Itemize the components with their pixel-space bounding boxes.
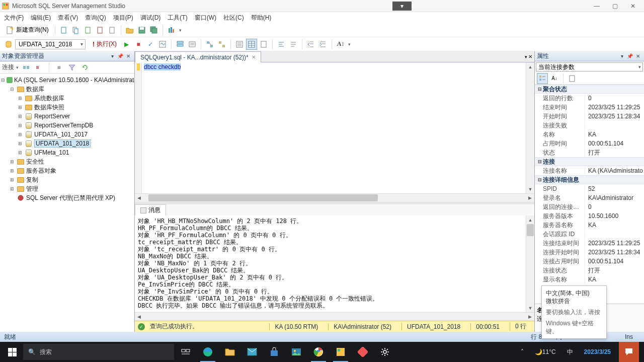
include-plan-icon[interactable] — [204, 39, 215, 50]
settings-icon[interactable] — [374, 342, 395, 362]
properties-scope-combo[interactable]: 当前连接参数 — [536, 62, 643, 71]
comment-icon[interactable] — [276, 39, 287, 50]
editor-vscroll[interactable]: ▲▼ — [526, 62, 534, 193]
menu-community[interactable]: 社区(C) — [223, 14, 244, 22]
ssms-icon[interactable] — [330, 342, 351, 362]
tray-date[interactable]: 2023/3/25 — [581, 342, 614, 362]
activity-monitor-icon[interactable] — [166, 25, 177, 36]
prop-pin-icon[interactable]: 📌 — [626, 52, 634, 60]
task-view-icon[interactable] — [175, 342, 196, 362]
results-text-icon[interactable] — [234, 39, 245, 50]
prop-close-icon[interactable]: ✕ — [634, 52, 642, 60]
close-button[interactable]: ✕ — [624, 1, 642, 12]
tb-doc5-icon[interactable] — [107, 25, 118, 36]
stop-icon[interactable]: ■ — [133, 39, 144, 50]
specify-values-icon[interactable]: A↕ — [335, 39, 346, 50]
stop-oe-icon[interactable]: ■ — [53, 62, 64, 73]
parse-icon[interactable]: ✓ — [145, 39, 156, 50]
store-icon[interactable] — [264, 342, 285, 362]
toolbar2-overflow-icon[interactable]: ▾ — [348, 42, 351, 47]
menu-query[interactable]: 查询(Q) — [85, 14, 106, 22]
tb-doc1-icon[interactable] — [58, 25, 69, 36]
menu-debug[interactable]: 调试(D) — [140, 14, 161, 22]
estimated-plan-icon[interactable] — [157, 39, 168, 50]
indent-increase-icon[interactable] — [317, 39, 329, 50]
tree-reportservertemp[interactable]: ⊞ReportServerTempDB — [0, 121, 134, 130]
ime-indicator[interactable]: 中 — [564, 342, 576, 362]
menu-edit[interactable]: 编辑(E) — [31, 14, 51, 22]
prop-cat-conn-detail[interactable]: ⊟连接详细信息 — [535, 175, 644, 184]
results-grid-icon[interactable] — [246, 39, 257, 50]
db-dropdown-icon[interactable] — [3, 39, 14, 50]
panel-dropdown-icon[interactable]: ▾ — [108, 52, 116, 60]
weather-widget[interactable]: 🌙 11°C — [532, 342, 559, 362]
toolbar-overflow-icon[interactable]: ▾ — [179, 28, 182, 33]
start-button[interactable] — [2, 342, 22, 362]
tree-agent[interactable]: ⊞SQL Server 代理(已禁用代理 XP) — [0, 193, 134, 202]
menu-project[interactable]: 项目(P) — [113, 14, 133, 22]
execute-button[interactable]: ! 执行(X) — [90, 40, 120, 48]
tree-uf2018[interactable]: ⊞UFDATA_101_2018 — [0, 139, 134, 148]
taskbar-search[interactable]: 🔍 搜索 — [23, 344, 174, 360]
editor-hscroll[interactable]: ◀▶ — [135, 193, 534, 202]
titlebar-dropdown[interactable]: ▾ — [392, 2, 412, 11]
editor-tab-close-icon[interactable]: ✕ — [252, 54, 256, 60]
categorized-view-icon[interactable] — [537, 73, 548, 84]
query-options-icon[interactable] — [175, 39, 186, 50]
tree-replication[interactable]: ⊞复制 — [0, 175, 134, 184]
editor-tab[interactable]: SQLQuery1.sql - KA...dministrator (52))*… — [135, 51, 261, 62]
panel-pin-icon[interactable]: 📌 — [116, 52, 124, 60]
menu-window[interactable]: 窗口(W) — [195, 14, 216, 22]
database-selector[interactable]: UFDATA_101_2018 — [15, 39, 86, 49]
connect-label[interactable]: 连接 — [2, 63, 14, 71]
tree-ufmeta[interactable]: ⊞UFMeta_101 — [0, 148, 134, 157]
messages-vscroll[interactable]: ▲▼ — [526, 215, 534, 312]
tree-server[interactable]: ⊟KA (SQL Server 10.50.1600 - KA\Administ… — [0, 76, 134, 85]
tab-dropdown-icon[interactable]: ▾ — [525, 54, 527, 59]
messages-hscroll[interactable]: ◀▶ — [135, 312, 534, 321]
include-stats-icon[interactable] — [216, 39, 227, 50]
edge-icon[interactable] — [197, 342, 218, 362]
tree-management[interactable]: ⊞管理 — [0, 184, 134, 193]
panel-close-icon[interactable]: ✕ — [124, 52, 132, 60]
action-center-icon[interactable] — [619, 342, 639, 362]
tray-overflow-icon[interactable]: ˄ — [518, 342, 527, 362]
sql-editor[interactable]: dbcc checkdb ▲▼ — [135, 62, 534, 193]
alphabetical-view-icon[interactable]: A↓ — [549, 73, 560, 84]
prop-cat-aggregate[interactable]: ⊟聚合状态 — [535, 85, 644, 94]
menu-view[interactable]: 查看(V) — [58, 14, 78, 22]
messages-body[interactable]: 对象 'HR_HB_MTNoShowColumn' 的 2 页中有 128 行。… — [135, 215, 526, 312]
object-tree[interactable]: ⊟KA (SQL Server 10.50.1600 - KA\Administ… — [0, 74, 134, 332]
refresh-icon[interactable] — [79, 62, 91, 73]
tree-security[interactable]: ⊞安全性 — [0, 157, 134, 166]
tree-system-dbs[interactable]: ⊞系统数据库 — [0, 94, 134, 103]
photos-icon[interactable] — [286, 342, 307, 362]
tree-reportserver[interactable]: ⊞ReportServer — [0, 112, 134, 121]
menu-help[interactable]: 帮助(H) — [251, 14, 272, 22]
tb-doc4-icon[interactable] — [95, 25, 106, 36]
tab-close-all-icon[interactable]: ✕ — [528, 54, 532, 59]
tb-doc2-icon[interactable] — [70, 25, 82, 36]
tree-server-objects[interactable]: ⊞服务器对象 — [0, 166, 134, 175]
menu-tools[interactable]: 工具(T) — [168, 14, 187, 22]
prop-dropdown-icon[interactable]: ▾ — [618, 52, 626, 60]
connect-icon[interactable] — [21, 62, 32, 73]
explorer-icon[interactable] — [219, 342, 240, 362]
property-pages-icon[interactable] — [567, 73, 578, 84]
mail-icon[interactable] — [242, 342, 263, 362]
tb-doc3-icon[interactable] — [83, 25, 94, 36]
new-query-button[interactable]: 新建查询(N) — [3, 26, 52, 34]
debug-icon[interactable]: ▶ — [121, 39, 132, 50]
maximize-button[interactable]: ▢ — [606, 1, 624, 12]
indent-decrease-icon[interactable] — [305, 39, 316, 50]
open-folder-icon[interactable] — [124, 25, 135, 36]
tree-databases[interactable]: ⊟数据库 — [0, 85, 134, 94]
save-icon[interactable] — [136, 25, 147, 36]
disconnect-icon[interactable] — [34, 62, 45, 73]
properties-grid[interactable]: ⊟聚合状态 返回的行数0 结束时间2023/3/25 11:29:25 开始时间… — [535, 85, 644, 304]
minimize-button[interactable]: — — [588, 1, 606, 12]
prop-cat-connection[interactable]: ⊟连接 — [535, 157, 644, 166]
editor-code[interactable]: dbcc checkdb — [142, 62, 526, 193]
tree-db-snapshots[interactable]: ⊞数据库快照 — [0, 103, 134, 112]
save-all-icon[interactable] — [148, 25, 159, 36]
